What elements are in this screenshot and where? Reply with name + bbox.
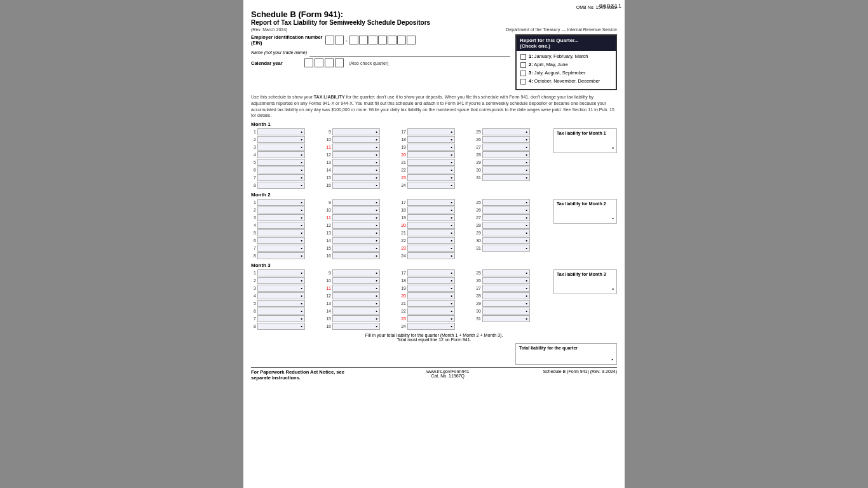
day-input-5[interactable]: • (257, 159, 305, 166)
day-input-28[interactable]: • (482, 222, 530, 229)
day-input-27[interactable]: • (482, 285, 530, 292)
day-input-18[interactable]: • (407, 136, 455, 143)
quarter-checkbox-4[interactable] (520, 79, 526, 85)
day-input-20[interactable]: • (407, 292, 455, 299)
day-input-4[interactable]: • (257, 292, 305, 299)
cal-box-3[interactable] (325, 58, 334, 67)
day-input-23[interactable]: • (407, 245, 455, 252)
day-input-31[interactable]: • (482, 245, 530, 252)
day-input-23[interactable]: • (407, 315, 455, 322)
day-input-1[interactable]: • (257, 269, 305, 276)
day-input-5[interactable]: • (257, 300, 305, 307)
day-input-14[interactable]: • (332, 237, 380, 244)
day-input-10[interactable]: • (332, 136, 380, 143)
day-input-23[interactable]: • (407, 174, 455, 181)
day-input-25[interactable]: • (482, 199, 530, 206)
day-input-9[interactable]: • (332, 269, 380, 276)
day-input-15[interactable]: • (332, 174, 380, 181)
day-input-5[interactable]: • (257, 229, 305, 236)
day-input-12[interactable]: • (332, 151, 380, 158)
ein-box-7[interactable] (388, 36, 397, 44)
day-input-2[interactable]: • (257, 277, 305, 284)
day-input-8[interactable]: • (257, 252, 305, 259)
day-input-27[interactable]: • (482, 214, 530, 221)
day-input-14[interactable]: • (332, 166, 380, 173)
day-input-24[interactable]: • (407, 182, 455, 189)
day-input-29[interactable]: • (482, 229, 530, 236)
day-input-3[interactable]: • (257, 144, 305, 151)
day-input-22[interactable]: • (407, 166, 455, 173)
quarter-checkbox-2[interactable] (520, 62, 526, 68)
day-input-31[interactable]: • (482, 315, 530, 322)
day-input-17[interactable]: • (407, 199, 455, 206)
day-input-6[interactable]: • (257, 237, 305, 244)
ein-box-1[interactable] (325, 36, 334, 44)
day-input-16[interactable]: • (332, 252, 380, 259)
cal-box-2[interactable] (315, 58, 323, 67)
day-input-30[interactable]: • (482, 237, 530, 244)
day-input-14[interactable]: • (332, 308, 380, 315)
day-input-9[interactable]: • (332, 128, 380, 135)
day-input-1[interactable]: • (257, 199, 305, 206)
day-input-4[interactable]: • (257, 222, 305, 229)
day-input-21[interactable]: • (407, 300, 455, 307)
day-input-8[interactable]: • (257, 323, 305, 330)
day-input-30[interactable]: • (482, 308, 530, 315)
day-input-13[interactable]: • (332, 300, 380, 307)
ein-box-5[interactable] (369, 36, 377, 44)
day-input-26[interactable]: • (482, 277, 530, 284)
day-input-30[interactable]: • (482, 166, 530, 173)
day-input-10[interactable]: • (332, 207, 380, 214)
day-input-7[interactable]: • (257, 174, 305, 181)
day-input-20[interactable]: • (407, 151, 455, 158)
day-input-12[interactable]: • (332, 222, 380, 229)
day-input-24[interactable]: • (407, 323, 455, 330)
day-input-26[interactable]: • (482, 207, 530, 214)
day-input-10[interactable]: • (332, 277, 380, 284)
day-input-29[interactable]: • (482, 300, 530, 307)
day-input-15[interactable]: • (332, 245, 380, 252)
day-input-19[interactable]: • (407, 214, 455, 221)
day-input-25[interactable]: • (482, 269, 530, 276)
ein-box-3[interactable] (349, 36, 358, 44)
day-input-6[interactable]: • (257, 166, 305, 173)
day-input-4[interactable]: • (257, 151, 305, 158)
day-input-21[interactable]: • (407, 229, 455, 236)
day-input-7[interactable]: • (257, 315, 305, 322)
name-input[interactable] (309, 48, 510, 57)
cal-box-1[interactable] (304, 58, 313, 67)
day-input-28[interactable]: • (482, 292, 530, 299)
day-input-25[interactable]: • (482, 128, 530, 135)
day-input-28[interactable]: • (482, 151, 530, 158)
day-input-19[interactable]: • (407, 285, 455, 292)
day-input-11[interactable]: • (332, 144, 380, 151)
day-input-16[interactable]: • (332, 323, 380, 330)
cal-box-4[interactable] (335, 58, 344, 67)
ein-box-9[interactable] (407, 36, 416, 44)
day-input-8[interactable]: • (257, 182, 305, 189)
day-input-11[interactable]: • (332, 285, 380, 292)
day-input-3[interactable]: • (257, 214, 305, 221)
day-input-17[interactable]: • (407, 269, 455, 276)
ein-box-4[interactable] (359, 36, 368, 44)
day-input-15[interactable]: • (332, 315, 380, 322)
day-input-17[interactable]: • (407, 128, 455, 135)
day-input-26[interactable]: • (482, 136, 530, 143)
day-input-12[interactable]: • (332, 292, 380, 299)
day-input-9[interactable]: • (332, 199, 380, 206)
day-input-11[interactable]: • (332, 214, 380, 221)
day-input-1[interactable]: • (257, 128, 305, 135)
day-input-19[interactable]: • (407, 144, 455, 151)
day-input-22[interactable]: • (407, 237, 455, 244)
day-input-21[interactable]: • (407, 159, 455, 166)
day-input-31[interactable]: • (482, 174, 530, 181)
day-input-2[interactable]: • (257, 207, 305, 214)
day-input-22[interactable]: • (407, 308, 455, 315)
ein-box-8[interactable] (397, 36, 406, 44)
day-input-2[interactable]: • (257, 136, 305, 143)
day-input-20[interactable]: • (407, 222, 455, 229)
quarter-checkbox-1[interactable] (520, 54, 526, 60)
ein-box-2[interactable] (335, 36, 344, 44)
day-input-16[interactable]: • (332, 182, 380, 189)
ein-box-6[interactable] (378, 36, 387, 44)
